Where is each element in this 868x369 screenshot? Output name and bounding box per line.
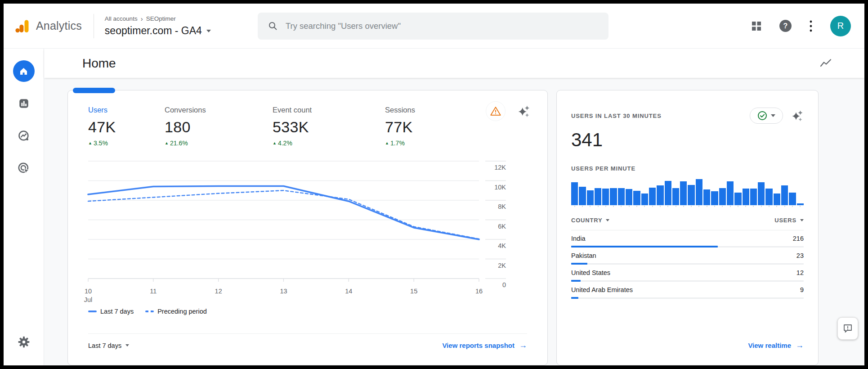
insights-sparkle-button[interactable] bbox=[517, 104, 531, 118]
metric-tab[interactable]: Users 47K ▲ 3.5% bbox=[88, 106, 165, 147]
admin-settings-button[interactable] bbox=[4, 336, 44, 348]
country-bar-track bbox=[571, 280, 804, 282]
data-warning-button[interactable] bbox=[486, 101, 506, 121]
view-reports-snapshot-link[interactable]: View reports snapshot → bbox=[442, 341, 527, 350]
minute-bar bbox=[734, 193, 741, 205]
chevron-down-icon bbox=[125, 344, 129, 346]
minute-bar bbox=[750, 189, 757, 205]
metric-value: 533K bbox=[273, 118, 385, 136]
analytics-logo[interactable]: Analytics bbox=[14, 18, 82, 34]
brand-name: Analytics bbox=[36, 19, 82, 32]
users-per-minute-label: USERS PER MINUTE bbox=[571, 165, 804, 172]
country-rows: India 216 Pakistan 23 United States 12 U… bbox=[571, 230, 804, 299]
breadcrumb[interactable]: All accounts › SEOptimer bbox=[105, 15, 211, 22]
sidebar-item-explore[interactable] bbox=[13, 125, 35, 147]
main-area: Home Users 47K ▲ 3.5% bbox=[44, 49, 864, 365]
metric-delta: ▲ 3.5% bbox=[88, 140, 165, 147]
realtime-header: USERS IN LAST 30 MINUTES bbox=[571, 90, 804, 124]
country-row[interactable]: India 216 bbox=[571, 230, 804, 248]
realtime-sparkle-button[interactable] bbox=[791, 109, 804, 122]
minute-bar bbox=[774, 194, 780, 205]
minute-bar bbox=[649, 188, 656, 205]
help-button[interactable]: ? bbox=[779, 20, 792, 32]
sidebar-item-advertising[interactable] bbox=[13, 158, 35, 179]
bar-ticks bbox=[571, 206, 804, 207]
search-input[interactable]: Try searching "Users overview" bbox=[258, 13, 608, 40]
apps-grid-icon bbox=[752, 21, 761, 31]
sidebar-item-home[interactable] bbox=[13, 60, 35, 82]
metric-tab[interactable]: Sessions 77K ▲ 1.7% bbox=[385, 106, 415, 147]
svg-text:10: 10 bbox=[85, 288, 92, 295]
google-apps-button[interactable] bbox=[752, 21, 761, 31]
metric-label: Event count bbox=[273, 106, 385, 114]
avatar[interactable]: R bbox=[830, 16, 851, 36]
content-area: Users 47K ▲ 3.5% Conversions 180 ▲ 21.6%… bbox=[44, 78, 864, 365]
svg-text:8K: 8K bbox=[498, 203, 506, 210]
country-users: 23 bbox=[796, 252, 804, 259]
minute-bar bbox=[758, 182, 765, 205]
arrow-right-icon: → bbox=[519, 341, 527, 350]
more-options-button[interactable] bbox=[810, 20, 812, 32]
users-column-label: USERS bbox=[774, 217, 796, 224]
feedback-bubble-icon bbox=[842, 323, 853, 334]
view-realtime-link[interactable]: View realtime → bbox=[748, 341, 804, 350]
home-icon bbox=[18, 66, 29, 77]
country-row[interactable]: Pakistan 23 bbox=[571, 248, 804, 265]
page-title: Home bbox=[82, 56, 116, 71]
chart-legend: Last 7 days Preceding period bbox=[88, 308, 527, 315]
breadcrumb-account[interactable]: SEOptimer bbox=[146, 15, 176, 22]
minute-bar bbox=[595, 188, 601, 205]
minute-bar bbox=[781, 185, 788, 205]
insights-button[interactable] bbox=[819, 58, 832, 69]
breadcrumb-account-level[interactable]: All accounts bbox=[105, 15, 138, 22]
metric-tab[interactable]: Conversions 180 ▲ 21.6% bbox=[165, 106, 273, 147]
metric-delta: ▲ 1.7% bbox=[385, 140, 415, 147]
svg-text:10K: 10K bbox=[494, 184, 506, 191]
left-sidebar bbox=[4, 49, 44, 365]
country-table: COUNTRY USERS India 216 bbox=[571, 217, 804, 299]
gear-icon bbox=[18, 336, 30, 348]
up-arrow-icon: ▲ bbox=[273, 141, 277, 145]
users-per-minute-chart bbox=[571, 178, 804, 205]
bar-chart-icon bbox=[18, 98, 30, 109]
country-column-header[interactable]: COUNTRY bbox=[571, 217, 609, 224]
minute-bar bbox=[665, 181, 671, 205]
svg-text:16: 16 bbox=[475, 288, 483, 295]
minute-bar bbox=[633, 191, 640, 205]
minute-bar bbox=[618, 188, 625, 205]
metric-tab[interactable]: Event count 533K ▲ 4.2% bbox=[273, 106, 385, 147]
sidebar-item-reports[interactable] bbox=[13, 93, 35, 114]
page-titlebar: Home bbox=[44, 49, 864, 78]
realtime-status-dropdown[interactable] bbox=[750, 108, 783, 124]
header-divider bbox=[94, 14, 94, 38]
minute-bar bbox=[719, 188, 726, 205]
minute-bar bbox=[688, 185, 694, 205]
minute-bar bbox=[602, 189, 609, 205]
svg-text:15: 15 bbox=[410, 288, 417, 295]
property-block: All accounts › SEOptimer seoptimer.com -… bbox=[105, 15, 211, 37]
svg-text:12: 12 bbox=[215, 288, 222, 295]
feedback-button[interactable] bbox=[837, 317, 858, 340]
country-row[interactable]: United States 12 bbox=[571, 265, 804, 282]
sparkle-icon bbox=[791, 109, 804, 122]
svg-text:0: 0 bbox=[502, 281, 506, 288]
minute-bar bbox=[571, 182, 578, 205]
country-bar-fill bbox=[571, 263, 587, 265]
top-header: Analytics All accounts › SEOptimer seopt… bbox=[4, 4, 864, 49]
country-name: United States bbox=[571, 269, 610, 276]
trending-line-icon bbox=[819, 58, 832, 69]
property-selector[interactable]: seoptimer.com - GA4 bbox=[105, 25, 211, 37]
users-line-chart: 02K4K6K8K10K12K10Jul111213141516 bbox=[88, 161, 527, 304]
minute-bar bbox=[743, 189, 749, 205]
realtime-title: USERS IN LAST 30 MINUTES bbox=[571, 112, 662, 119]
metric-delta: ▲ 21.6% bbox=[165, 140, 273, 147]
users-column-header[interactable]: USERS bbox=[774, 217, 804, 224]
svg-text:11: 11 bbox=[150, 288, 157, 295]
country-name: India bbox=[571, 235, 585, 242]
date-range-selector[interactable]: Last 7 days bbox=[88, 342, 129, 349]
svg-text:Jul: Jul bbox=[84, 296, 93, 303]
country-row[interactable]: United Arab Emirates 9 bbox=[571, 282, 804, 299]
up-arrow-icon: ▲ bbox=[88, 141, 92, 145]
metric-value: 47K bbox=[88, 118, 165, 136]
country-users: 9 bbox=[800, 286, 804, 293]
